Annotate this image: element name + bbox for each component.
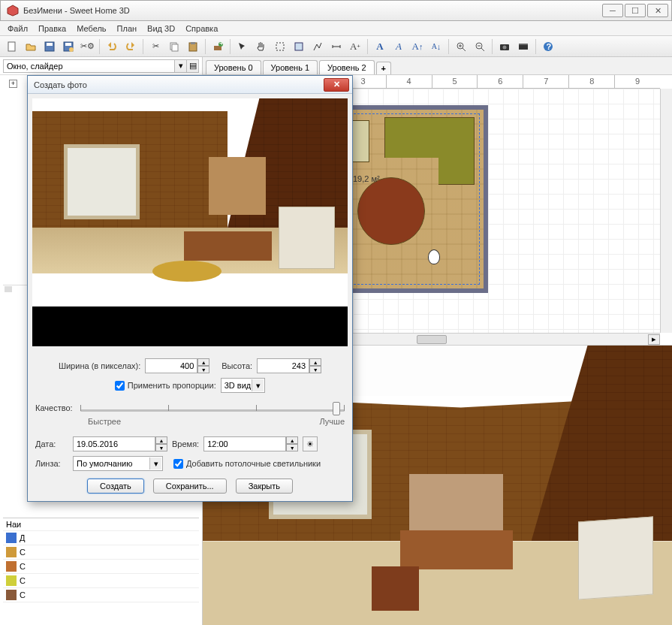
chevron-down-icon: ▾ [252, 379, 264, 391]
list-item[interactable]: С [3, 574, 199, 588]
text-bold-icon[interactable]: A [371, 38, 389, 55]
plan-v-scrollbar[interactable] [660, 89, 672, 333]
menu-plan[interactable]: План [113, 23, 142, 35]
catalog-search-input[interactable] [3, 59, 175, 73]
preferences-icon[interactable]: ✂⚙ [78, 38, 96, 55]
menu-view3d[interactable]: Вид 3D [143, 23, 179, 35]
select-icon[interactable] [234, 38, 252, 55]
list-item[interactable]: С [3, 588, 199, 602]
new-icon[interactable] [3, 38, 21, 55]
height-down-button[interactable]: ▼ [309, 366, 321, 373]
list-item[interactable]: Д [3, 531, 199, 545]
save-icon[interactable] [41, 38, 59, 55]
quality-label: Качество: [35, 403, 73, 412]
text-decrease-icon[interactable]: A↓ [427, 38, 445, 55]
lens-select[interactable]: По умолчанию▾ [73, 456, 163, 471]
time-input[interactable] [203, 436, 286, 451]
catalog-search-menu-icon[interactable]: ▤ [187, 59, 199, 73]
height-input[interactable] [257, 358, 309, 373]
list-item[interactable]: С [3, 560, 199, 574]
menu-furniture[interactable]: Мебель [72, 23, 110, 35]
help-icon[interactable]: ? [539, 38, 557, 55]
cut-icon[interactable]: ✂ [146, 38, 164, 55]
catalog-header: Наи [3, 518, 199, 531]
toolbar: ✂⚙ ✂ + A+ A A A↑ A↓ ? [0, 36, 672, 57]
furniture-icon [6, 575, 17, 586]
svg-point-19 [503, 45, 507, 49]
pan-icon[interactable] [252, 38, 270, 55]
svg-rect-14 [276, 43, 284, 50]
close-dialog-button[interactable]: Закрыть [236, 479, 293, 494]
date-up-button[interactable]: ▲ [155, 436, 167, 444]
menu-help[interactable]: Справка [181, 23, 222, 35]
height-up-button[interactable]: ▲ [309, 358, 321, 366]
create-button[interactable]: Создать [87, 479, 144, 494]
window-title: БезИмени - Sweet Home 3D [23, 6, 602, 15]
text-increase-icon[interactable]: A↑ [408, 38, 426, 55]
scroll-left-icon[interactable] [5, 286, 12, 292]
aspect-ratio-label: Применить пропорции: [128, 381, 216, 390]
dialog-close-button[interactable]: ✕ [324, 78, 349, 92]
tab-level-0[interactable]: Уровень 0 [206, 60, 261, 74]
width-input[interactable] [145, 358, 197, 373]
photo-icon[interactable] [496, 38, 514, 55]
close-button[interactable]: ✕ [647, 4, 668, 17]
lens-label: Линза: [35, 459, 68, 468]
date-down-button[interactable]: ▼ [155, 444, 167, 451]
create-room-icon[interactable] [290, 38, 308, 55]
level-tabs: Уровень 0 Уровень 1 Уровень 2 + [203, 57, 672, 75]
catalog-search-dropdown-icon[interactable]: ▾ [175, 59, 187, 73]
slider-thumb[interactable] [333, 402, 340, 415]
open-icon[interactable] [22, 38, 40, 55]
saveas-icon[interactable] [59, 38, 77, 55]
height-label: Высота: [221, 361, 252, 370]
camera-icon[interactable] [428, 249, 440, 264]
paste-icon[interactable] [184, 38, 202, 55]
svg-rect-15 [295, 43, 303, 50]
room-area-label: 19,2 м² [353, 174, 380, 183]
expand-icon[interactable]: + [9, 80, 17, 88]
undo-icon[interactable] [103, 38, 121, 55]
width-down-button[interactable]: ▼ [197, 366, 209, 373]
aspect-ratio-checkbox[interactable] [115, 381, 125, 391]
menu-edit[interactable]: Правка [34, 23, 71, 35]
width-up-button[interactable]: ▲ [197, 358, 209, 366]
svg-rect-8 [172, 44, 178, 51]
chair-3d [578, 516, 653, 599]
add-level-button[interactable]: + [376, 62, 391, 74]
quality-fast-label: Быстрее [88, 417, 121, 426]
minimize-button[interactable]: ─ [602, 4, 623, 17]
furniture-table[interactable] [357, 177, 425, 245]
time-up-button[interactable]: ▲ [286, 436, 298, 444]
zoom-in-icon[interactable] [452, 38, 470, 55]
dialog-titlebar[interactable]: Создать фото ✕ [28, 76, 352, 94]
svg-rect-1 [8, 42, 15, 51]
aspect-ratio-select[interactable]: 3D вид▾ [221, 378, 266, 393]
quality-slider[interactable] [80, 400, 345, 415]
maximize-button[interactable]: ☐ [625, 4, 646, 17]
time-down-button[interactable]: ▼ [286, 444, 298, 451]
create-dimension-icon[interactable] [327, 38, 345, 55]
video-icon[interactable] [514, 38, 532, 55]
svg-rect-5 [65, 43, 71, 46]
date-label: Дата: [35, 439, 68, 448]
save-button[interactable]: Сохранить... [153, 479, 227, 494]
tab-level-1[interactable]: Уровень 1 [263, 60, 318, 74]
ceiling-lights-checkbox[interactable] [173, 459, 183, 469]
furniture-sofa[interactable] [384, 117, 475, 185]
zoom-out-icon[interactable] [471, 38, 489, 55]
add-furniture-icon[interactable]: + [209, 38, 227, 55]
copy-icon[interactable] [165, 38, 183, 55]
menu-bar: Файл Правка Мебель План Вид 3D Справка [0, 21, 672, 36]
menu-file[interactable]: Файл [3, 23, 32, 35]
date-input[interactable] [73, 436, 155, 451]
tab-level-2[interactable]: Уровень 2 [319, 60, 375, 74]
redo-icon[interactable] [122, 38, 140, 55]
create-polyline-icon[interactable] [309, 38, 327, 55]
create-walls-icon[interactable] [271, 38, 289, 55]
sun-icon[interactable]: ☀ [303, 436, 318, 451]
create-text-icon[interactable]: A+ [346, 38, 364, 55]
list-item[interactable]: С [3, 545, 199, 560]
chevron-down-icon: ▾ [149, 457, 161, 470]
text-italic-icon[interactable]: A [390, 38, 408, 55]
